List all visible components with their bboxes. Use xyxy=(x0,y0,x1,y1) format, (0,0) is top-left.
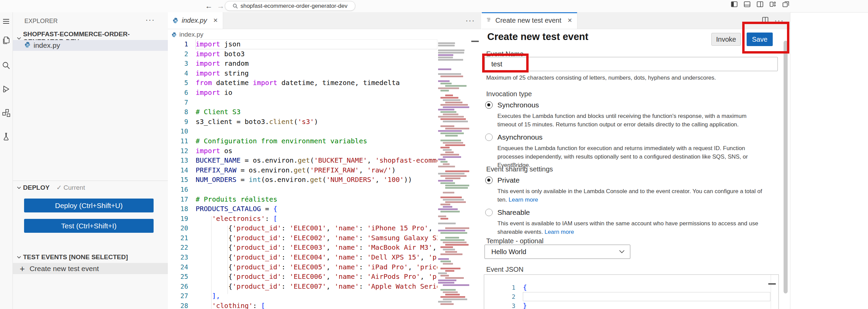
code-text: # Configuration from environment variabl… xyxy=(196,136,437,146)
save-button[interactable]: Save xyxy=(747,33,773,46)
code-text: import random xyxy=(196,59,437,68)
json-editor-edge xyxy=(771,275,771,309)
template-label: Template - optional xyxy=(486,237,544,245)
panel-more-actions[interactable]: ··· xyxy=(774,19,784,22)
deploy-section-header[interactable]: DEPLOY ✓ Current xyxy=(16,184,85,191)
code-line: 23 {'product_id': 'ELEC004', 'name': 'De… xyxy=(168,252,437,262)
toggle-panel-icon[interactable] xyxy=(744,1,750,8)
event-name-input[interactable] xyxy=(485,57,778,71)
testing-icon[interactable] xyxy=(1,131,11,142)
chevron-down-icon xyxy=(16,185,22,190)
deploy-button[interactable]: Deploy (Ctrl+Shift+U) xyxy=(24,199,154,212)
code-text: BUCKET_NAME = os.environ.get('BUCKET_NAM… xyxy=(196,156,437,165)
code-editor[interactable]: 1import json2import boto33import random4… xyxy=(168,39,437,309)
event-json-editor[interactable]: 1{23} xyxy=(484,274,779,309)
code-line: 26 {'product_id': 'ELEC007', 'name': 'Ap… xyxy=(168,282,437,291)
tab-label: index.py xyxy=(182,17,207,24)
sidebar-divider xyxy=(13,181,168,181)
tab-indexpy[interactable]: index.py ✕ xyxy=(168,12,223,29)
line-number: 2 xyxy=(484,292,523,301)
radio-shareable[interactable]: Shareable xyxy=(485,208,767,217)
run-debug-icon[interactable] xyxy=(1,84,11,94)
learn-more-link[interactable]: Learn more xyxy=(509,197,538,203)
restore-window-icon[interactable] xyxy=(783,1,789,8)
deploy-status: ✓ Current xyxy=(56,184,85,191)
code-line: 15NUM_ORDERS = int(os.environ.get('NUM_O… xyxy=(168,175,437,185)
close-icon[interactable]: ✕ xyxy=(568,17,572,24)
toggle-secondary-sidebar-icon[interactable] xyxy=(757,1,763,8)
line-number: 3 xyxy=(168,59,196,68)
code-line: 11# Configuration from environment varia… xyxy=(168,136,437,146)
title-bar: ← → shopfast-ecommerce-order-generator-d… xyxy=(0,0,868,13)
deploy-section-title: DEPLOY xyxy=(23,184,50,191)
toggle-sidebar-icon[interactable] xyxy=(731,1,737,8)
radio-button-icon[interactable] xyxy=(485,209,493,216)
code-line: 10 xyxy=(168,126,437,136)
json-text: { xyxy=(523,283,778,292)
back-button[interactable]: ← xyxy=(204,1,214,11)
explorer-more-actions[interactable]: ··· xyxy=(145,16,155,24)
test-events-section-title: TEST EVENTS [NONE SELECTED] xyxy=(23,253,128,261)
code-line: 28 'clothing': [ xyxy=(168,301,437,309)
breadcrumb[interactable]: index.py xyxy=(171,30,203,39)
invocation-option: AsynchronousEnqueues the Lambda function… xyxy=(485,133,767,169)
editor-scrollbar[interactable] xyxy=(471,41,479,42)
radio-synchronous[interactable]: Synchronous xyxy=(485,101,767,109)
split-editor-icon[interactable] xyxy=(762,17,768,24)
test-button[interactable]: Test (Ctrl+Shift+I) xyxy=(24,219,154,233)
create-test-event-label: Create new test event xyxy=(29,265,99,273)
panel-scrollbar[interactable] xyxy=(784,41,788,293)
editor-tab-bar: index.py ✕ ··· xyxy=(168,12,481,29)
code-line: 12import os xyxy=(168,146,437,156)
code-line: 5from datetime import datetime, timezone… xyxy=(168,78,437,88)
code-text: 'electronics': [ xyxy=(196,214,437,224)
radio-button-icon[interactable] xyxy=(485,177,493,184)
radio-button-icon[interactable] xyxy=(485,101,493,109)
search-icon[interactable] xyxy=(1,60,11,70)
sidebar-item-indexpy[interactable]: index.py xyxy=(13,40,168,51)
code-line: 20 {'product_id': 'ELEC001', 'name': 'iP… xyxy=(168,223,437,233)
learn-more-link[interactable]: Learn more xyxy=(545,229,574,235)
command-center[interactable]: shopfast-ecommerce-order-generator-dev xyxy=(225,1,355,11)
code-line: 19 'electronics': [ xyxy=(168,214,437,224)
forward-button[interactable]: → xyxy=(216,1,226,11)
line-number: 2 xyxy=(168,49,196,59)
radio-description: This event is available to IAM users wit… xyxy=(497,219,765,236)
json-scrollbar[interactable] xyxy=(768,283,776,285)
code-line: 22 {'product_id': 'ELEC003', 'name': 'Ma… xyxy=(168,243,437,252)
code-text xyxy=(196,98,437,107)
radio-button-icon[interactable] xyxy=(485,133,493,141)
test-events-section-header[interactable]: TEST EVENTS [NONE SELECTED] xyxy=(16,253,128,261)
plus-icon: + xyxy=(20,265,25,272)
invoke-button[interactable]: Invoke xyxy=(711,33,741,46)
code-text: {'product_id': 'ELEC003', 'name': 'MacBo… xyxy=(196,243,437,252)
radio-asynchronous[interactable]: Asynchronous xyxy=(485,133,767,141)
template-select[interactable]: Hello World xyxy=(485,245,630,259)
create-test-event-item[interactable]: + Create new test event xyxy=(13,263,168,274)
explorer-icon[interactable] xyxy=(1,35,11,45)
python-icon xyxy=(171,32,177,38)
line-number: 26 xyxy=(168,282,196,291)
code-line: 6import io xyxy=(168,88,437,98)
line-number: 8 xyxy=(168,107,196,117)
sharing-option: ShareableThis event is available to IAM … xyxy=(485,208,767,236)
radio-private[interactable]: Private xyxy=(485,176,767,184)
editor-more-actions[interactable]: ··· xyxy=(466,19,475,22)
code-line: 13BUCKET_NAME = os.environ.get('BUCKET_N… xyxy=(168,156,437,165)
minimap[interactable] xyxy=(438,40,471,309)
extensions-icon[interactable] xyxy=(1,108,11,118)
menu-icon[interactable] xyxy=(1,16,11,26)
code-line: 17# Produits réalistes xyxy=(168,194,437,204)
line-number: 19 xyxy=(168,214,196,224)
python-icon xyxy=(24,41,31,49)
line-number: 17 xyxy=(168,194,196,204)
code-line: 25 {'product_id': 'ELEC006', 'name': 'Ai… xyxy=(168,272,437,282)
radio-label: Asynchronous xyxy=(497,133,542,141)
json-text: } xyxy=(523,301,778,309)
customize-layout-icon[interactable] xyxy=(770,1,776,8)
radio-label: Synchronous xyxy=(497,101,539,109)
vscode-window: ← → shopfast-ecommerce-order-generator-d… xyxy=(0,0,868,309)
close-icon[interactable]: ✕ xyxy=(213,17,218,24)
tab-create-new-test-event[interactable]: Create new test event ✕ xyxy=(482,12,577,29)
tab-label: Create new test event xyxy=(495,17,561,24)
